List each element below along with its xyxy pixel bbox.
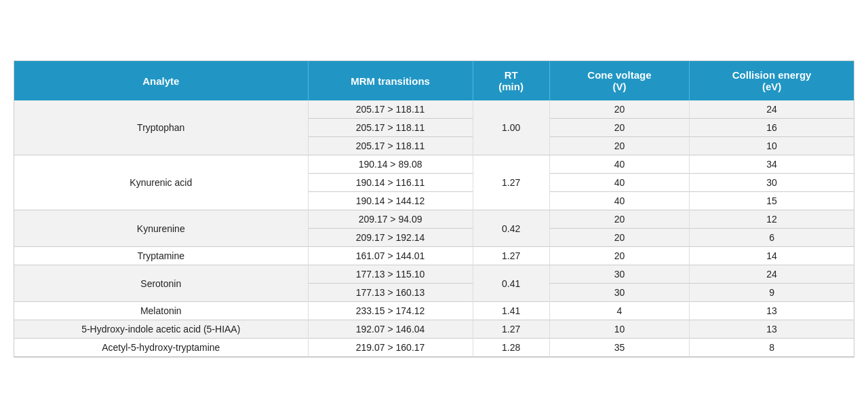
cone-cell: 35 [549, 339, 690, 357]
analyte-cell: Serotonin [14, 265, 308, 302]
analyte-cell: 5-Hydroxy-indole acetic acid (5-HIAA) [14, 320, 308, 339]
rt-cell: 1.28 [473, 339, 549, 357]
analyte-cell: Melatonin [14, 302, 308, 320]
collision-cell: 13 [690, 320, 854, 339]
rt-cell: 0.42 [473, 210, 549, 247]
cone-cell: 20 [549, 210, 690, 229]
cone-cell: 20 [549, 137, 690, 155]
analyte-cell: Kynurenic acid [14, 155, 308, 210]
mrm-cell: 161.07 > 144.01 [308, 247, 473, 265]
cone-cell: 20 [549, 229, 690, 247]
mrm-cell: 233.15 > 174.12 [308, 302, 473, 320]
cone-cell: 40 [549, 174, 690, 192]
rt-cell: 1.00 [473, 100, 549, 155]
header-row: Analyte MRM transitions RT(min) Cone vol… [14, 61, 854, 100]
table-row: Kynurenine209.17 > 94.090.422012 [14, 210, 854, 229]
collision-cell: 12 [690, 210, 854, 229]
collision-cell: 30 [690, 174, 854, 192]
mrm-cell: 190.14 > 144.12 [308, 192, 473, 210]
table-row: Kynurenic acid190.14 > 89.081.274034 [14, 155, 854, 174]
mrm-cell: 209.17 > 94.09 [308, 210, 473, 229]
col-mrm: MRM transitions [308, 61, 473, 100]
collision-cell: 16 [690, 119, 854, 137]
collision-cell: 6 [690, 229, 854, 247]
mrm-cell: 192.07 > 146.04 [308, 320, 473, 339]
rt-cell: 0.41 [473, 265, 549, 302]
cone-cell: 40 [549, 155, 690, 174]
cone-cell: 30 [549, 265, 690, 284]
collision-cell: 15 [690, 192, 854, 210]
collision-cell: 10 [690, 137, 854, 155]
table-row: Serotonin177.13 > 115.100.413024 [14, 265, 854, 284]
collision-cell: 24 [690, 265, 854, 284]
collision-cell: 8 [690, 339, 854, 357]
mrm-cell: 205.17 > 118.11 [308, 119, 473, 137]
mrm-cell: 190.14 > 116.11 [308, 174, 473, 192]
collision-cell: 14 [690, 247, 854, 265]
rt-cell: 1.27 [473, 320, 549, 339]
collision-cell: 13 [690, 302, 854, 320]
data-table: Analyte MRM transitions RT(min) Cone vol… [14, 60, 854, 358]
cone-cell: 4 [549, 302, 690, 320]
collision-cell: 34 [690, 155, 854, 174]
col-cone: Cone voltage(V) [549, 61, 690, 100]
mrm-cell: 219.07 > 160.17 [308, 339, 473, 357]
table-row: Melatonin233.15 > 174.121.41413 [14, 302, 854, 320]
mrm-cell: 205.17 > 118.11 [308, 100, 473, 119]
rt-cell: 1.41 [473, 302, 549, 320]
table-row: Tryptophan205.17 > 118.111.002024 [14, 100, 854, 119]
analyte-cell: Tryptophan [14, 100, 308, 155]
analyte-cell: Acetyl-5-hydroxy-tryptamine [14, 339, 308, 357]
analyte-cell: Tryptamine [14, 247, 308, 265]
table-header: Analyte MRM transitions RT(min) Cone vol… [14, 61, 854, 100]
mrm-cell: 177.13 > 160.13 [308, 284, 473, 302]
col-rt: RT(min) [473, 61, 549, 100]
mrm-cell: 177.13 > 115.10 [308, 265, 473, 284]
col-analyte: Analyte [14, 61, 308, 100]
cone-cell: 30 [549, 284, 690, 302]
collision-cell: 9 [690, 284, 854, 302]
col-collision: Collision energy(eV) [690, 61, 854, 100]
cone-cell: 20 [549, 119, 690, 137]
mrm-cell: 209.17 > 192.14 [308, 229, 473, 247]
table-row: 5-Hydroxy-indole acetic acid (5-HIAA)192… [14, 320, 854, 339]
analyte-cell: Kynurenine [14, 210, 308, 247]
cone-cell: 40 [549, 192, 690, 210]
rt-cell: 1.27 [473, 155, 549, 210]
cone-cell: 10 [549, 320, 690, 339]
table-body: Tryptophan205.17 > 118.111.002024205.17 … [14, 100, 854, 357]
rt-cell: 1.27 [473, 247, 549, 265]
table-row: Tryptamine161.07 > 144.011.272014 [14, 247, 854, 265]
collision-cell: 24 [690, 100, 854, 119]
mrm-cell: 190.14 > 89.08 [308, 155, 473, 174]
cone-cell: 20 [549, 247, 690, 265]
cone-cell: 20 [549, 100, 690, 119]
table-row: Acetyl-5-hydroxy-tryptamine219.07 > 160.… [14, 339, 854, 357]
mrm-cell: 205.17 > 118.11 [308, 137, 473, 155]
